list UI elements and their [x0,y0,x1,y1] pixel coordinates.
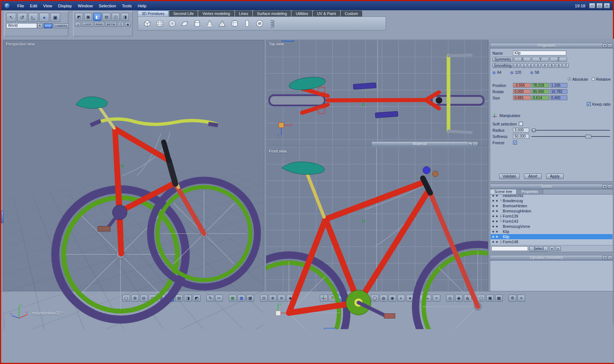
vertex-select-icon[interactable]: ◩ [75,13,83,21]
sphere-view-icon[interactable]: ● [39,13,49,22]
top-viewport[interactable]: Top view [266,40,488,146]
close-icon[interactable]: ✕ [473,142,477,146]
snap-select-icon[interactable]: ◿ [75,22,81,27]
scene-titlebar[interactable]: Scene ▼ ✕ [490,184,613,189]
xyz-mode-button[interactable]: XYZ [44,23,53,28]
bike-model-perspective[interactable] [3,40,264,328]
size-y-field[interactable]: 0.614 [531,95,549,100]
bike-model-front[interactable] [266,148,488,329]
world-dropdown-value[interactable]: World [6,23,37,28]
camera-tool-icon[interactable]: ▣ [50,13,60,22]
center-select-icon[interactable]: ◉ [125,22,131,27]
maximize-button[interactable]: ▢ [596,3,603,8]
scene-tree-item[interactable]: ◉◉ BremszugHinten [491,208,613,214]
geosphere-primitive-icon[interactable] [167,19,177,28]
between-select-button[interactable]: BETW [105,22,117,27]
collapse-icon[interactable]: ▼ [603,185,607,189]
softness-slider[interactable] [531,134,611,139]
perspective-viewport[interactable]: Perspective view [3,40,264,330]
torus-primitive-icon[interactable] [255,19,264,28]
tab-second-life[interactable]: Second Life [169,11,198,17]
rotate-y-field[interactable]: 90.000 [531,89,549,94]
face-select-icon[interactable]: ◧ [93,13,101,21]
select-button[interactable]: Select [529,246,548,251]
scene-tree-item[interactable]: ◉◉ └Form143 [491,219,613,224]
expand-icon[interactable]: ▸ [468,142,472,146]
freeze-checkbox[interactable]: ✓ [513,141,517,145]
cone-primitive-icon[interactable] [205,19,214,28]
chamfer-cube-primitive-icon[interactable] [230,19,239,28]
smoothing-4-button[interactable]: 4 [542,63,548,68]
scene-tree-item[interactable]: ◉◉ ├Form139 [491,214,613,219]
cylinder-primitive-icon[interactable] [192,19,202,28]
smoothing-1-button[interactable]: 1 [521,63,527,68]
render-visibility-icon[interactable]: ◉ [496,215,499,218]
position-y-field[interactable]: 78.218 [531,83,549,88]
tab-vertex-modeling[interactable]: Vertex modeling [198,11,234,17]
visibility-icon[interactable]: ◉ [492,240,496,243]
menu-selection[interactable]: Selection [96,3,119,9]
tab-scene-properties[interactable]: Properties [517,189,543,194]
tab-custom[interactable]: Custom [341,11,362,17]
softness-slider-handle[interactable] [585,135,591,138]
paint-select-icon[interactable]: ◨ [121,13,129,21]
bike-model-top[interactable] [266,40,488,146]
menu-file[interactable]: File [14,3,27,9]
symmetry-y-button[interactable]: Y [532,57,549,62]
scene-tree-list[interactable]: ◉◉ Hebelrechts ◉◉ └Bowdenzug ◉◉ BremseHi… [491,195,613,245]
render-visibility-icon[interactable]: ◉ [496,195,499,197]
size-x-field[interactable]: 0.881 [513,95,531,100]
orbit-tool-icon[interactable]: ↺ [17,13,27,22]
smoothing-5-button[interactable]: 5 [549,63,555,68]
tab-scene-tree[interactable]: Scene tree [490,189,517,194]
options-icon[interactable]: ≡ [517,295,525,302]
keep-ratio-checkbox[interactable]: ✓ [587,102,591,106]
menu-edit[interactable]: Edit [27,3,40,9]
front-viewport[interactable]: Front view [266,147,488,330]
minimize-button[interactable]: ─ [589,3,595,8]
render-visibility-icon[interactable]: ◉ [496,199,499,202]
visibility-icon[interactable]: ◉ [492,195,496,197]
visibility-icon[interactable]: ◉ [492,204,496,207]
validate-button[interactable]: Validate [499,174,520,179]
close-icon[interactable]: ✕ [608,185,612,189]
softness-field[interactable]: 50.000 [513,134,529,139]
position-x-field[interactable]: -3.555 [513,83,531,88]
render-visibility-icon[interactable]: ◉ [496,225,499,228]
tab-3d-primitives[interactable]: 3D Primitives [138,11,169,17]
render-visibility-icon[interactable]: ◉ [496,220,499,223]
menu-window[interactable]: Window [75,3,96,9]
symmetry-z-button[interactable]: Z [550,57,567,62]
tab-lines[interactable]: Lines [235,11,252,17]
rotate-z-field[interactable]: 16.782 [550,89,567,94]
position-z-field[interactable]: 1.165 [550,83,567,88]
visibility-icon[interactable]: ◉ [492,210,496,212]
apply-button[interactable]: Apply [546,174,564,179]
abort-button[interactable]: Abort [524,174,542,179]
left-panel-handle[interactable] [1,211,3,223]
loop-select-button[interactable]: LOOP [82,22,93,27]
close-button[interactable]: ✕ [604,3,610,8]
sphere-primitive-icon[interactable] [155,19,165,28]
scene-tree-item[interactable]: ◉◉ └Bowdenzug [491,198,613,203]
name-field[interactable]: Klip [513,51,566,55]
rotate-x-field[interactable]: 0.000 [513,89,531,94]
size-z-field[interactable]: 0.400 [550,95,567,100]
smoothing-7-button[interactable]: 7 [563,63,569,68]
properties-titlebar[interactable]: Properties ▼ ✕ [490,43,613,48]
menu-view[interactable]: View [40,3,55,9]
scene-tree-item[interactable]: ◉◉ Klip [491,229,613,234]
visibility-icon[interactable]: ◉ [492,225,496,228]
object-select-icon[interactable]: ▤ [102,13,111,21]
menu-tools[interactable]: Tools [119,3,135,9]
scene-tree-item[interactable]: ◉◉ Hebelrechts [491,195,613,198]
visibility-icon[interactable]: ◉ [492,220,496,223]
relative-radio[interactable]: Relative [592,77,611,81]
visibility-icon[interactable]: ◉ [492,230,496,233]
smoothing-0-button[interactable]: 0 [514,63,520,68]
render-settings-icon[interactable]: ⚙ [509,295,516,302]
viewport-splitter-handle[interactable] [282,40,294,41]
tab-surface-modeling[interactable]: Surface modeling [253,11,291,17]
radius-slider[interactable] [531,128,611,132]
world-dropdown[interactable]: World ▼ [6,23,43,28]
